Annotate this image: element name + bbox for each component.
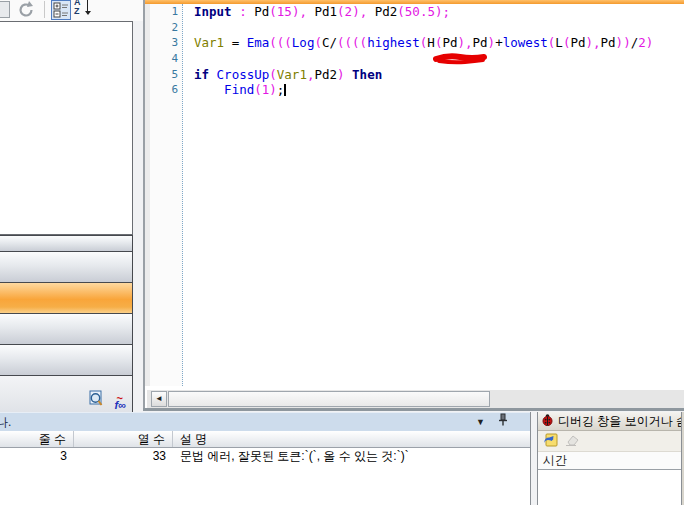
tree-view-icon[interactable] xyxy=(51,0,71,20)
chevron-down-icon[interactable]: ▼ xyxy=(476,418,485,427)
toolbar-separator xyxy=(44,1,45,18)
error-table-header: 줄 수 열 수 설 명 xyxy=(0,431,530,448)
editor-gutter: 123456 xyxy=(145,4,183,386)
stack-bar-1[interactable] xyxy=(0,251,133,282)
time-column-header[interactable]: 시간 xyxy=(538,452,684,470)
error-panel-header: 나. ▼ xyxy=(0,412,530,431)
refresh-icon[interactable] xyxy=(16,0,36,19)
gutter-margin xyxy=(145,4,150,386)
error-column-number: 33 xyxy=(74,448,173,464)
error-description: 문법 에러, 잘못된 토큰:`(`, 올 수 있는 것:`)` xyxy=(173,448,530,464)
scroll-left-button[interactable]: ◄ xyxy=(151,391,167,407)
clear-eraser-icon[interactable] xyxy=(564,433,580,450)
bug-icon xyxy=(541,413,554,429)
column-header-description[interactable]: 설 명 xyxy=(173,431,530,447)
error-line-number: 3 xyxy=(0,448,74,464)
error-table-row[interactable]: 3 33 문법 에러, 잘못된 토큰:`(`, 올 수 있는 것:`)` xyxy=(0,448,530,464)
stack-bar-3[interactable] xyxy=(0,313,133,344)
scrollbar-thumb[interactable] xyxy=(168,391,490,407)
error-list-panel: 나. ▼ 줄 수 열 수 설 명 3 33 문법 에러, 잘못된 토큰:`(`,… xyxy=(0,412,531,505)
stack-bar-4[interactable] xyxy=(0,344,133,375)
fx-tilde: ~ xyxy=(116,393,122,403)
debug-toolbar xyxy=(538,431,684,452)
stack-footer: ~ f∞ xyxy=(0,375,133,415)
panel-title-fragment: 나. xyxy=(0,413,11,431)
preview-search-icon[interactable] xyxy=(88,390,104,410)
column-header-line[interactable]: 줄 수 xyxy=(0,431,74,447)
debug-panel-title: 디버깅 창을 보이거나 숨 xyxy=(558,413,684,430)
horizontal-scrollbar[interactable]: ◄ xyxy=(147,390,684,408)
debug-panel: 디버깅 창을 보이거나 숨 시간 xyxy=(537,412,684,505)
function-tree-panel[interactable] xyxy=(0,21,133,235)
stack-bar-splitter[interactable] xyxy=(0,235,133,251)
sort-az-icon[interactable]: AZ xyxy=(74,0,96,19)
stack-bar-selected[interactable] xyxy=(0,282,133,313)
clipped-toolbar-icon[interactable] xyxy=(0,1,10,18)
column-header-column[interactable]: 열 수 xyxy=(74,431,173,447)
formula-fx-icon[interactable]: ~ f∞ xyxy=(114,400,126,410)
editor-bottom-border xyxy=(143,408,684,411)
pin-icon[interactable] xyxy=(498,413,508,431)
left-bar-stack: ~ f∞ xyxy=(0,235,133,415)
debug-panel-titlebar: 디버깅 창을 보이거나 숨 xyxy=(538,412,684,431)
left-toolbar: AZ xyxy=(0,0,143,21)
code-editor[interactable]: 123456 Input : Pd(15), Pd1(2), Pd2(50.5)… xyxy=(143,0,684,411)
code-lines[interactable]: Input : Pd(15), Pd1(2), Pd2(50.5);Var1 =… xyxy=(183,4,684,386)
goto-source-icon[interactable] xyxy=(542,432,558,450)
ide-window: AZ ~ f∞ xyxy=(0,0,684,505)
